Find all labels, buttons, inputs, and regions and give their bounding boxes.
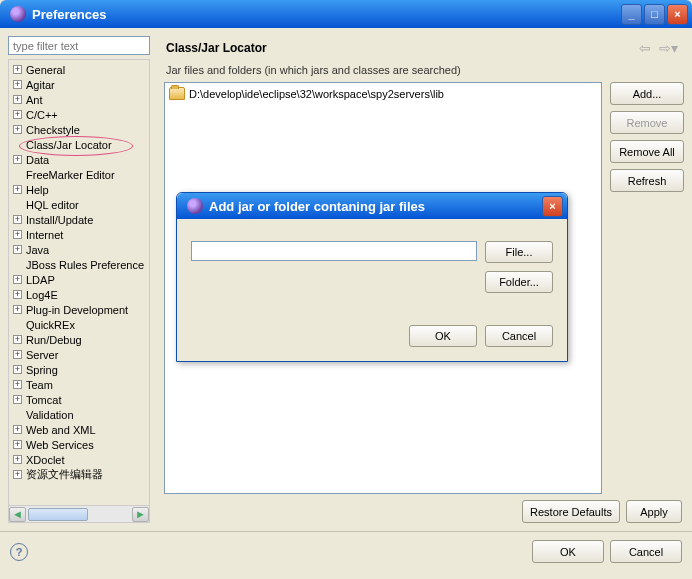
- tree-item-xdoclet[interactable]: +XDoclet: [9, 452, 149, 467]
- expand-icon[interactable]: +: [13, 380, 22, 389]
- expand-icon[interactable]: +: [13, 335, 22, 344]
- expand-icon[interactable]: +: [13, 470, 22, 479]
- tree-item-web-services[interactable]: +Web Services: [9, 437, 149, 452]
- tree-item-label: General: [26, 64, 65, 76]
- restore-defaults-button[interactable]: Restore Defaults: [522, 500, 620, 523]
- expand-icon[interactable]: +: [13, 155, 22, 164]
- tree-item-class-jar-locator[interactable]: Class/Jar Locator: [9, 137, 149, 152]
- nav-fwd-icon[interactable]: ⇨▾: [659, 40, 678, 56]
- expand-icon[interactable]: +: [13, 455, 22, 464]
- tree-item-label: Internet: [26, 229, 63, 241]
- tree-item-label: Install/Update: [26, 214, 93, 226]
- remove-all-button[interactable]: Remove All: [610, 140, 684, 163]
- tree-item-web-and-xml[interactable]: +Web and XML: [9, 422, 149, 437]
- scroll-left-arrow[interactable]: ◄: [9, 507, 26, 522]
- expand-icon[interactable]: +: [13, 185, 22, 194]
- tree-item-freemarker-editor[interactable]: FreeMarker Editor: [9, 167, 149, 182]
- folder-button[interactable]: Folder...: [485, 271, 553, 293]
- expand-icon[interactable]: +: [13, 350, 22, 359]
- maximize-button[interactable]: □: [644, 4, 665, 25]
- tree-item-team[interactable]: +Team: [9, 377, 149, 392]
- tree-item-label: XDoclet: [26, 454, 65, 466]
- tree-item-log4e[interactable]: +Log4E: [9, 287, 149, 302]
- refresh-button[interactable]: Refresh: [610, 169, 684, 192]
- tree-item-agitar[interactable]: +Agitar: [9, 77, 149, 92]
- expand-icon[interactable]: +: [13, 215, 22, 224]
- tree-item-label: C/C++: [26, 109, 58, 121]
- tree-item-label: 资源文件编辑器: [26, 467, 103, 482]
- dialog-ok-button[interactable]: OK: [409, 325, 477, 347]
- tree-item-label: Server: [26, 349, 58, 361]
- tree-item-c-c-[interactable]: +C/C++: [9, 107, 149, 122]
- tree-item-label: Spring: [26, 364, 58, 376]
- file-button[interactable]: File...: [485, 241, 553, 263]
- tree-item-data[interactable]: +Data: [9, 152, 149, 167]
- preference-tree: +General+Agitar+Ant+C/C+++CheckstyleClas…: [8, 59, 150, 523]
- tree-item-checkstyle[interactable]: +Checkstyle: [9, 122, 149, 137]
- expand-icon[interactable]: +: [13, 110, 22, 119]
- expand-icon[interactable]: +: [13, 440, 22, 449]
- ok-button[interactable]: OK: [532, 540, 604, 563]
- tree-item--[interactable]: +资源文件编辑器: [9, 467, 149, 482]
- tree-item-label: LDAP: [26, 274, 55, 286]
- tree-item-label: Class/Jar Locator: [26, 139, 112, 151]
- tree-item-server[interactable]: +Server: [9, 347, 149, 362]
- expand-icon[interactable]: +: [13, 80, 22, 89]
- tree-item-label: Tomcat: [26, 394, 61, 406]
- horizontal-scrollbar[interactable]: ◄ ►: [9, 505, 149, 522]
- expand-icon[interactable]: +: [13, 425, 22, 434]
- tree-item-java[interactable]: +Java: [9, 242, 149, 257]
- tree-item-validation[interactable]: Validation: [9, 407, 149, 422]
- tree-item-tomcat[interactable]: +Tomcat: [9, 392, 149, 407]
- eclipse-icon: [187, 198, 203, 214]
- tree-item-ldap[interactable]: +LDAP: [9, 272, 149, 287]
- tree-item-ant[interactable]: +Ant: [9, 92, 149, 107]
- tree-item-plug-in-development[interactable]: +Plug-in Development: [9, 302, 149, 317]
- add-button[interactable]: Add...: [610, 82, 684, 105]
- tree-item-internet[interactable]: +Internet: [9, 227, 149, 242]
- tree-item-label: Validation: [26, 409, 74, 421]
- filter-input[interactable]: [8, 36, 150, 55]
- cancel-button[interactable]: Cancel: [610, 540, 682, 563]
- expand-icon[interactable]: +: [13, 395, 22, 404]
- expand-icon[interactable]: +: [13, 290, 22, 299]
- apply-button[interactable]: Apply: [626, 500, 682, 523]
- nav-back-icon[interactable]: ⇦: [639, 40, 651, 56]
- expand-icon[interactable]: +: [13, 95, 22, 104]
- tree-item-label: Ant: [26, 94, 43, 106]
- expand-icon[interactable]: +: [13, 245, 22, 254]
- expand-icon[interactable]: +: [13, 65, 22, 74]
- tree-item-install-update[interactable]: +Install/Update: [9, 212, 149, 227]
- tree-item-hql-editor[interactable]: HQL editor: [9, 197, 149, 212]
- tree-item-label: Log4E: [26, 289, 58, 301]
- dialog-close-button[interactable]: ×: [542, 196, 563, 217]
- path-input[interactable]: [191, 241, 477, 261]
- expand-icon[interactable]: +: [13, 230, 22, 239]
- tree-item-run-debug[interactable]: +Run/Debug: [9, 332, 149, 347]
- scroll-thumb[interactable]: [28, 508, 88, 521]
- tree-item-label: Agitar: [26, 79, 55, 91]
- close-button[interactable]: ×: [667, 4, 688, 25]
- expand-icon[interactable]: +: [13, 365, 22, 374]
- list-item[interactable]: D:\develop\ide\eclipse\32\workspace\spy2…: [169, 87, 597, 100]
- dialog-cancel-button[interactable]: Cancel: [485, 325, 553, 347]
- expand-icon[interactable]: +: [13, 275, 22, 284]
- tree-item-label: FreeMarker Editor: [26, 169, 115, 181]
- tree-item-label: Team: [26, 379, 53, 391]
- tree-item-general[interactable]: +General: [9, 62, 149, 77]
- tree-item-label: HQL editor: [26, 199, 79, 211]
- footer: ? OK Cancel: [0, 531, 692, 571]
- minimize-button[interactable]: _: [621, 4, 642, 25]
- tree-item-label: QuickREx: [26, 319, 75, 331]
- tree-item-help[interactable]: +Help: [9, 182, 149, 197]
- tree-item-label: Plug-in Development: [26, 304, 128, 316]
- tree-item-jboss-rules-preference[interactable]: JBoss Rules Preference: [9, 257, 149, 272]
- expand-icon[interactable]: +: [13, 125, 22, 134]
- page-description: Jar files and folders (in which jars and…: [164, 64, 684, 76]
- help-icon[interactable]: ?: [10, 543, 28, 561]
- tree-item-quickrex[interactable]: QuickREx: [9, 317, 149, 332]
- dialog-title: Add jar or folder contaning jar files: [209, 199, 540, 214]
- tree-item-spring[interactable]: +Spring: [9, 362, 149, 377]
- scroll-right-arrow[interactable]: ►: [132, 507, 149, 522]
- expand-icon[interactable]: +: [13, 305, 22, 314]
